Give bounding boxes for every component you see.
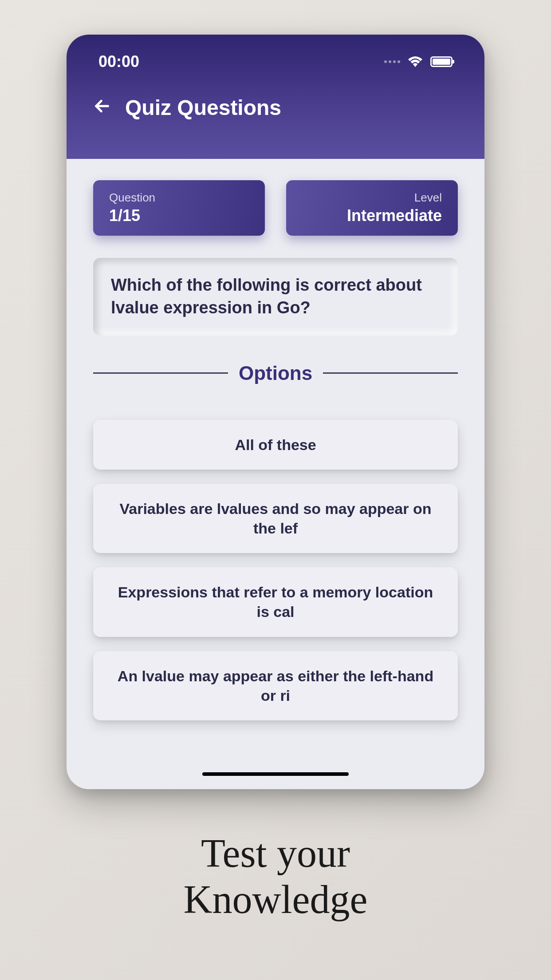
level-card: Level Intermediate [286, 180, 458, 236]
option-1[interactable]: All of these [93, 420, 458, 470]
option-text: Expressions that refer to a memory locat… [111, 582, 440, 621]
option-text: An lvalue may appear as either the left-… [111, 666, 440, 705]
option-3[interactable]: Expressions that refer to a memory locat… [93, 567, 458, 636]
option-4[interactable]: An lvalue may appear as either the left-… [93, 651, 458, 720]
status-time: 00:00 [98, 52, 139, 71]
level-value: Intermediate [302, 206, 442, 225]
divider-line [93, 372, 228, 374]
app-header: 00:00 Quiz Questions [67, 35, 484, 159]
tagline: Test your Knowledge [0, 830, 551, 922]
page-title: Quiz Questions [125, 95, 281, 120]
cellular-dots-icon [384, 60, 400, 63]
wifi-icon [408, 56, 422, 67]
question-progress: 1/15 [109, 206, 249, 225]
status-right [384, 56, 453, 67]
options-header: Options [93, 362, 458, 384]
level-label: Level [302, 191, 442, 205]
question-box: Which of the following is correct about … [93, 258, 458, 336]
content-area: Question 1/15 Level Intermediate Which o… [67, 159, 484, 756]
option-2[interactable]: Variables are lvalues and so may appear … [93, 484, 458, 553]
question-text: Which of the following is correct about … [111, 274, 440, 320]
question-label: Question [109, 191, 249, 205]
phone-frame: 00:00 Quiz Questions [67, 35, 484, 789]
nav-row: Quiz Questions [93, 95, 458, 120]
option-text: All of these [111, 435, 440, 454]
home-indicator[interactable] [202, 772, 349, 776]
options-title: Options [239, 362, 312, 384]
option-text: Variables are lvalues and so may appear … [111, 499, 440, 538]
battery-icon [430, 56, 453, 67]
info-cards: Question 1/15 Level Intermediate [93, 180, 458, 236]
question-progress-card: Question 1/15 [93, 180, 265, 236]
back-button[interactable] [93, 97, 111, 118]
divider-line [323, 372, 458, 374]
status-bar: 00:00 [93, 52, 458, 71]
